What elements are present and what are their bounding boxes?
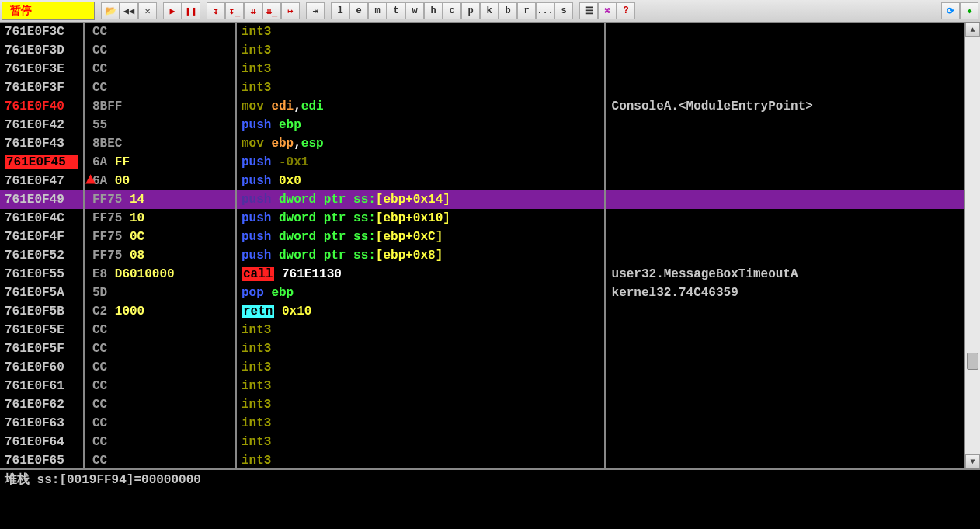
instruction-cell: mov edi,edi	[236, 97, 605, 116]
instruction-cell: int3	[236, 377, 605, 395]
disasm-row[interactable]: 761E0F5ECCint3	[0, 321, 964, 339]
address-cell: 761E0F5E	[0, 321, 84, 339]
view-e-button[interactable]: e	[349, 2, 368, 19]
address-cell: 761E0F5F	[0, 339, 84, 358]
disassembly-pane[interactable]: ▲ 761E0F3CCCint3761E0F3DCCint3761E0F3ECC…	[0, 23, 964, 468]
disasm-row[interactable]: 761E0F52FF75 08push dword ptr ss:[ebp+0x…	[0, 246, 964, 265]
disasm-row[interactable]: 761E0F5FCCint3	[0, 339, 964, 358]
step-over-icon: ↧̲	[229, 5, 240, 17]
refresh-button[interactable]: ⟳	[941, 2, 960, 19]
disasm-row[interactable]: 761E0F5A5Dpop ebpkernel32.74C46359	[0, 284, 964, 302]
trace-into-button[interactable]: ⇊	[244, 2, 262, 19]
stack-info-text: 堆栈 ss:[0019FF94]=00000000	[5, 473, 201, 487]
close-button[interactable]: ✕	[138, 2, 157, 19]
disasm-row[interactable]: 761E0F438BECmov ebp,esp	[0, 134, 964, 153]
step-into-button[interactable]: ↧	[207, 2, 225, 19]
instruction-cell: int3	[236, 339, 605, 358]
comment-cell	[605, 190, 964, 209]
disasm-row[interactable]: 761E0F3DCCint3	[0, 41, 964, 60]
disasm-row[interactable]: 761E0F49FF75 14push dword ptr ss:[ebp+0x…	[0, 190, 964, 209]
open-button[interactable]: 📂	[101, 2, 120, 19]
options-controls: ☰ ⌘ ?	[579, 2, 635, 19]
bytes-cell: CC	[84, 358, 236, 377]
comment-cell	[605, 60, 964, 78]
help-button[interactable]: ?	[617, 2, 635, 19]
bytes-cell: FF75 10	[84, 209, 236, 228]
disasm-row[interactable]: 761E0F63CCint3	[0, 414, 964, 433]
view-h-button[interactable]: h	[424, 2, 443, 19]
disasm-row[interactable]: 761E0F55E8 D6010000call 761E1130user32.M…	[0, 265, 964, 284]
run-button[interactable]: ▶	[163, 2, 182, 19]
disasm-row[interactable]: 761E0F3ECCint3	[0, 60, 964, 78]
instruction-cell: int3	[236, 395, 605, 414]
disasm-row[interactable]: 761E0F4CFF75 10push dword ptr ss:[ebp+0x…	[0, 209, 964, 228]
disasm-row[interactable]: 761E0F4255push ebp	[0, 116, 964, 134]
comment-cell	[605, 228, 964, 246]
bytes-cell: 8BFF	[84, 97, 236, 116]
disasm-row[interactable]: 761E0F65CCint3	[0, 451, 964, 468]
list-button[interactable]: ☰	[579, 2, 598, 19]
disasm-row[interactable]: 761E0F61CCint3	[0, 377, 964, 395]
ok-button[interactable]: ⬥	[960, 2, 978, 19]
view-c-button[interactable]: c	[443, 2, 461, 19]
refresh-icon: ⟳	[947, 5, 954, 17]
address-cell: 761E0F49	[0, 190, 84, 209]
disassembly-table: 761E0F3CCCint3761E0F3DCCint3761E0F3ECCin…	[0, 23, 964, 468]
scroll-up-button[interactable]: ▲	[965, 23, 980, 37]
bytes-cell: CC	[84, 433, 236, 451]
scroll-thumb[interactable]	[967, 353, 978, 370]
instruction-cell: int3	[236, 321, 605, 339]
view-s-button[interactable]: s	[554, 2, 573, 19]
comment-cell	[605, 23, 964, 41]
address-cell: 761E0F65	[0, 451, 84, 468]
comment-cell	[605, 414, 964, 433]
comment-cell	[605, 358, 964, 377]
run-to-return-button[interactable]: ↦	[281, 2, 300, 19]
bytes-cell: 6A FF	[84, 153, 236, 172]
pause-button[interactable]: ❚❚	[182, 2, 200, 19]
disasm-row[interactable]: 761E0F456A FFpush -0x1	[0, 153, 964, 172]
bytes-cell: FF75 14	[84, 190, 236, 209]
plugin-button[interactable]: ⌘	[598, 2, 617, 19]
bytes-cell: 55	[84, 116, 236, 134]
vertical-scrollbar[interactable]: ▲ ▼	[964, 23, 980, 468]
disasm-row[interactable]: 761E0F62CCint3	[0, 395, 964, 414]
disasm-row[interactable]: 761E0F5BC2 1000retn 0x10	[0, 302, 964, 321]
disasm-row[interactable]: 761E0F60CCint3	[0, 358, 964, 377]
disasm-row[interactable]: 761E0F3FCCint3	[0, 78, 964, 97]
comment-cell	[605, 209, 964, 228]
disasm-row[interactable]: 761E0F3CCCint3	[0, 23, 964, 41]
address-cell: 761E0F3F	[0, 78, 84, 97]
address-cell: 761E0F60	[0, 358, 84, 377]
view-l-button[interactable]: l	[331, 2, 349, 19]
view-t-button[interactable]: t	[387, 2, 405, 19]
view-m-button[interactable]: m	[368, 2, 387, 19]
view-k-button[interactable]: k	[480, 2, 499, 19]
instruction-cell: mov ebp,esp	[236, 134, 605, 153]
bytes-cell: C2 1000	[84, 302, 236, 321]
comment-cell	[605, 41, 964, 60]
disasm-row[interactable]: 761E0F64CCint3	[0, 433, 964, 451]
view-p-button[interactable]: p	[461, 2, 480, 19]
scroll-down-button[interactable]: ▼	[965, 454, 980, 468]
ok-icon: ⬥	[967, 5, 972, 16]
view-w-button[interactable]: w	[405, 2, 424, 19]
instruction-cell: int3	[236, 433, 605, 451]
comment-cell: user32.MessageBoxTimeoutA	[605, 265, 964, 284]
help-icon: ?	[623, 5, 628, 16]
step-over-button[interactable]: ↧̲	[225, 2, 244, 19]
view-r-button[interactable]: r	[517, 2, 536, 19]
bytes-cell: CC	[84, 23, 236, 41]
goto-button[interactable]: ⇥	[306, 2, 325, 19]
goto-controls: ⇥	[306, 2, 325, 19]
rewind-button[interactable]: ◀◀	[120, 2, 138, 19]
trace-over-button[interactable]: ⇊̲	[262, 2, 281, 19]
disasm-row[interactable]: 761E0F4FFF75 0Cpush dword ptr ss:[ebp+0x…	[0, 228, 964, 246]
run-controls: ▶ ❚❚	[163, 2, 200, 19]
view-b-button[interactable]: b	[499, 2, 517, 19]
disasm-row[interactable]: 761E0F408BFFmov edi,ediConsoleA.<ModuleE…	[0, 97, 964, 116]
disasm-row[interactable]: 761E0F476A 00push 0x0	[0, 172, 964, 190]
view-...-button[interactable]: ...	[536, 2, 554, 19]
comment-cell	[605, 377, 964, 395]
instruction-cell: pop ebp	[236, 284, 605, 302]
